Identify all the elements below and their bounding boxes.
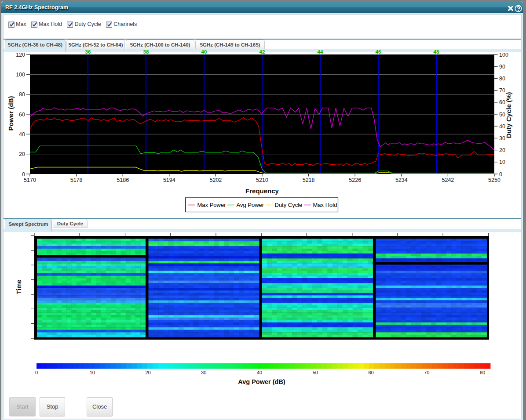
svg-text:38: 38 bbox=[143, 49, 149, 54]
svg-text:60: 60 bbox=[19, 112, 25, 118]
svg-text:80: 80 bbox=[480, 370, 485, 375]
svg-text:10: 10 bbox=[499, 159, 505, 165]
svg-text:120: 120 bbox=[16, 52, 25, 58]
svg-text:Max Hold: Max Hold bbox=[313, 202, 337, 208]
svg-text:80: 80 bbox=[499, 76, 505, 82]
svg-text:Power (dB): Power (dB) bbox=[7, 96, 15, 130]
svg-text:70: 70 bbox=[424, 370, 429, 375]
svg-text:5202: 5202 bbox=[209, 177, 222, 183]
svg-text:Time: Time bbox=[15, 280, 22, 294]
svg-text:100: 100 bbox=[499, 52, 508, 58]
svg-text:20: 20 bbox=[19, 151, 25, 157]
svg-text:40: 40 bbox=[201, 49, 207, 54]
svg-text:5250: 5250 bbox=[488, 177, 500, 183]
svg-text:90: 90 bbox=[499, 64, 505, 70]
svg-text:46: 46 bbox=[376, 49, 381, 54]
svg-text:50: 50 bbox=[499, 112, 505, 118]
svg-text:70: 70 bbox=[499, 87, 505, 94]
svg-text:Max Power: Max Power bbox=[197, 202, 226, 208]
svg-text:48: 48 bbox=[434, 49, 439, 54]
svg-text:60: 60 bbox=[368, 370, 373, 375]
svg-text:40: 40 bbox=[19, 131, 25, 138]
svg-text:30: 30 bbox=[201, 370, 206, 375]
svg-text:20: 20 bbox=[499, 147, 505, 153]
svg-text:Avg Power (dB): Avg Power (dB) bbox=[238, 378, 285, 385]
svg-text:0: 0 bbox=[35, 370, 38, 375]
svg-text:44: 44 bbox=[318, 49, 323, 54]
svg-text:5194: 5194 bbox=[163, 177, 175, 183]
svg-text:10: 10 bbox=[90, 370, 95, 375]
svg-text:5186: 5186 bbox=[117, 177, 129, 183]
svg-text:5226: 5226 bbox=[349, 177, 361, 183]
svg-text:0: 0 bbox=[499, 171, 502, 177]
svg-text:100: 100 bbox=[16, 72, 25, 78]
svg-text:30: 30 bbox=[499, 135, 505, 141]
svg-text:42: 42 bbox=[259, 49, 265, 54]
svg-text:Duty Cycle (%): Duty Cycle (%) bbox=[505, 92, 512, 138]
svg-text:5170: 5170 bbox=[24, 177, 36, 183]
svg-text:40: 40 bbox=[257, 370, 262, 375]
svg-text:5178: 5178 bbox=[70, 177, 83, 183]
svg-text:5234: 5234 bbox=[395, 177, 408, 183]
svg-text:5242: 5242 bbox=[442, 177, 454, 183]
svg-text:80: 80 bbox=[19, 91, 25, 98]
svg-text:40: 40 bbox=[499, 123, 505, 130]
svg-text:0: 0 bbox=[22, 171, 25, 177]
svg-text:Duty Cycle: Duty Cycle bbox=[275, 202, 303, 208]
svg-text:36: 36 bbox=[85, 49, 91, 54]
svg-text:50: 50 bbox=[313, 370, 318, 375]
svg-text:60: 60 bbox=[499, 99, 505, 105]
svg-text:5210: 5210 bbox=[256, 177, 268, 183]
svg-text:Avg Power: Avg Power bbox=[237, 202, 264, 208]
svg-text:20: 20 bbox=[145, 370, 150, 375]
svg-text:5218: 5218 bbox=[303, 177, 315, 183]
svg-text:Frequency: Frequency bbox=[245, 187, 279, 195]
